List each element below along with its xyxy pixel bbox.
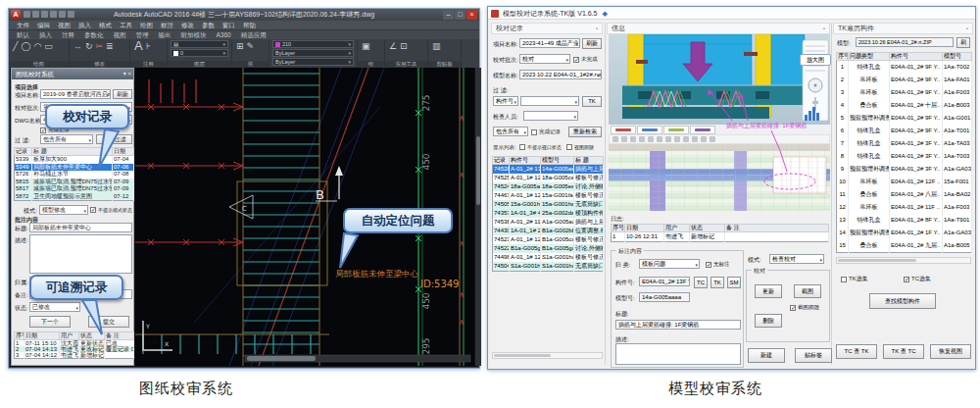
log-header-cell[interactable]: 序号: [612, 225, 625, 232]
refresh-button[interactable]: 刷新: [582, 38, 602, 49]
edit-block-icon[interactable]: ✎: [247, 41, 255, 51]
delete-button[interactable]: 删除: [755, 314, 782, 328]
tc-button[interactable]: TC: [694, 277, 708, 288]
dimension-icon[interactable]: ⊦: [146, 41, 151, 51]
record-row[interactable]: 5872卫生间地暖预留示意图07-12: [15, 193, 134, 201]
review-list-row[interactable]: 7452418a-G005aaaba18a-G005eaaba讨论,外侧板嵌缝处…: [493, 182, 604, 191]
right-panel-header[interactable]: TK遍历构件▪: [833, 23, 973, 34]
checker-select[interactable]: [523, 111, 578, 121]
menu-item[interactable]: 帮助: [239, 21, 260, 29]
review-list-row[interactable]: 744301A-01_1# 2F YGCB1a-G002bbbda位置调整,柱箍…: [493, 227, 604, 235]
list-header-cell[interactable]: 标 题: [574, 157, 604, 165]
sheet-tab[interactable]: [690, 126, 715, 134]
review-list-row[interactable]: 74504S1a-G001haabaS1a-G001haaba无底筒缺口,立缝: [493, 262, 604, 272]
circle-icon[interactable]: ◯: [21, 41, 30, 51]
layer-filter-icon[interactable]: ▤: [171, 40, 228, 48]
note-desc-textarea[interactable]: [615, 343, 741, 365]
ribbon-tab[interactable]: 插入: [34, 30, 57, 39]
screenshot-follow-checkbox[interactable]: 截图跟随: [790, 304, 819, 311]
mode-select[interactable]: 检查校对: [769, 254, 824, 264]
palette-close-icon[interactable]: ▾ ×: [123, 71, 131, 77]
mode-select[interactable]: 模型修改: [39, 205, 88, 215]
menu-item[interactable]: 格式: [95, 21, 116, 29]
record-row[interactable]: 5726补马桶止水节07-08: [15, 171, 134, 178]
panel-label[interactable]: 组: [358, 61, 384, 68]
sheet-tab[interactable]: [637, 126, 662, 134]
list-hscrollbar[interactable]: [492, 352, 603, 359]
panel-label[interactable]: 块: [232, 61, 269, 68]
ribbon-tab[interactable]: A360: [212, 30, 236, 39]
log-header-cell[interactable]: 状态: [690, 225, 725, 232]
color-select[interactable]: 210: [272, 40, 354, 48]
menu-item[interactable]: 修改: [177, 21, 198, 29]
log-row[interactable]: 110-26 12:31韦进飞新增标记: [612, 232, 829, 242]
tk-header-cell[interactable]: 构件号: [890, 53, 943, 61]
update-button[interactable]: 更新: [755, 284, 782, 298]
tk-header-cell[interactable]: 模型号: [943, 53, 972, 61]
viewport-3d[interactable]: [609, 34, 830, 125]
review-list-row[interactable]: 743571A-01_3# 4F YGC25a-G002dabaa楼顶构件伸筋设…: [493, 209, 604, 218]
palette-titlebar[interactable]: 图纸校对系统▾ ×: [12, 69, 133, 79]
review-list-row[interactable]: 74528A-01_2# 13F YGC14a-G005aaaaa插筋与上层梁筋…: [493, 165, 604, 175]
layer-select[interactable]: 0: [171, 49, 228, 57]
review-list-row[interactable]: 74467A-01_1# 12F YGC15a-G001faaba楼板号修正: [493, 191, 604, 200]
unfinished-checkbox[interactable]: 未完成: [573, 56, 598, 63]
menu-item[interactable]: 标注: [157, 21, 177, 29]
minimize-button[interactable]: –: [443, 10, 454, 20]
project-select[interactable]: 2019-09 春睿启航河西启动区..: [40, 89, 111, 99]
canvas-hscrollbar[interactable]: [245, 355, 470, 362]
tk-component-row[interactable]: 3吊环板E04A-01_2# 9F Y..A1a-F003: [837, 86, 972, 99]
note-desc-textarea[interactable]: [29, 234, 132, 274]
tk-component-row[interactable]: 13特殊孔盒E04A-01_2# 8F Y..1Aa-T901: [837, 214, 972, 227]
ribbon-tab[interactable]: 输出: [154, 30, 176, 39]
batch-select[interactable]: 校对: [519, 54, 570, 64]
new-button[interactable]: 新建: [748, 348, 785, 363]
tk-set-checkbox[interactable]: TK选集: [841, 275, 868, 283]
nomark-checkbox[interactable]: 无标注: [706, 261, 730, 268]
tk-header-cell[interactable]: 问题类型: [849, 53, 890, 61]
insert-block-icon[interactable]: ⊞: [236, 41, 244, 51]
rect-icon[interactable]: ▭: [44, 41, 53, 51]
done-record-checkbox[interactable]: 完成记录: [531, 128, 561, 135]
tk-component-row[interactable]: 14预留预埋补调查E04A-01_2# 1F Y..A1a-GA03: [837, 227, 972, 239]
status-select[interactable]: 已修改: [29, 302, 80, 312]
pin-icon[interactable]: ▪: [823, 24, 825, 33]
tk-component-row[interactable]: 8特殊孔盒E04A-01_2# 3F Y..1Aa-T003: [837, 150, 972, 163]
group-icon[interactable]: ▣: [362, 41, 370, 51]
text-icon[interactable]: A: [134, 41, 143, 51]
list-header-cell[interactable]: 模型号: [541, 157, 574, 165]
tc-check-tk-button[interactable]: TC 查 TK: [836, 344, 877, 359]
tk-header-cell[interactable]: 序号: [837, 53, 849, 61]
panel-divider[interactable]: [831, 23, 832, 365]
review-list-row[interactable]: 74498A-01_1# 12F YGCS1a-G001haaba楼板号修正: [493, 253, 604, 262]
history-header-cell[interactable]: 用户: [60, 332, 79, 340]
tk-component-row[interactable]: 9预留预埋补调查E04A-01_2# 3F Y..A1a-GA03: [837, 163, 972, 176]
sheet-tab[interactable]: [663, 126, 689, 134]
note-title-input[interactable]: 局部板筋未伸至梁中心: [29, 223, 132, 232]
menu-item[interactable]: 工具: [116, 21, 136, 29]
tk-component-row[interactable]: 11叠合板E04A-01_2# 八层..1Aa-BA02: [837, 188, 972, 201]
tk-component-row[interactable]: 6特殊孔盒E04A-01_2# 9F Y..A1a-T001: [837, 125, 972, 137]
rotate-icon[interactable]: ↻: [85, 41, 93, 51]
log-header-cell[interactable]: 备 注: [725, 225, 829, 232]
panel-label[interactable]: 图层: [168, 61, 231, 68]
sheet-tab[interactable]: [611, 126, 636, 134]
menu-item[interactable]: 编辑: [33, 21, 54, 29]
tk-component-row[interactable]: 2吊环板E04A-01_2# 9F Y..1Aa-FA01: [837, 74, 972, 86]
menu-item[interactable]: 文件: [13, 21, 33, 29]
list-header-cell[interactable]: 记录: [493, 157, 510, 165]
component-value-select[interactable]: [520, 96, 579, 106]
menu-item[interactable]: 参数: [198, 21, 219, 29]
model-number-input[interactable]: 14a-G005aaaa: [639, 292, 690, 302]
ribbon-tab[interactable]: 精选应用: [236, 30, 271, 39]
pin-icon[interactable]: ▪: [966, 24, 968, 33]
grid-toolbar[interactable]: [609, 134, 830, 144]
tk-component-row[interactable]: 10吊环板E04A-01_2# 12F ..15a-F001: [837, 176, 972, 188]
tk-component-row[interactable]: 5预留预埋补调查E04A-01_2# 9F Y..A1a-G001: [837, 112, 972, 125]
ribbon-tab[interactable]: 注释: [57, 30, 79, 39]
panel-label[interactable]: 绘图: [9, 61, 69, 68]
tk-refresh-button[interactable]: 刷: [956, 37, 970, 48]
zoom-image-button[interactable]: 放大图: [800, 54, 831, 66]
review-list-row[interactable]: 74538A-01_2# 11F YGCA1a-G005aaaaa插筋与上层梁筋…: [493, 218, 604, 227]
filter-select[interactable]: 包含所有: [40, 134, 93, 144]
